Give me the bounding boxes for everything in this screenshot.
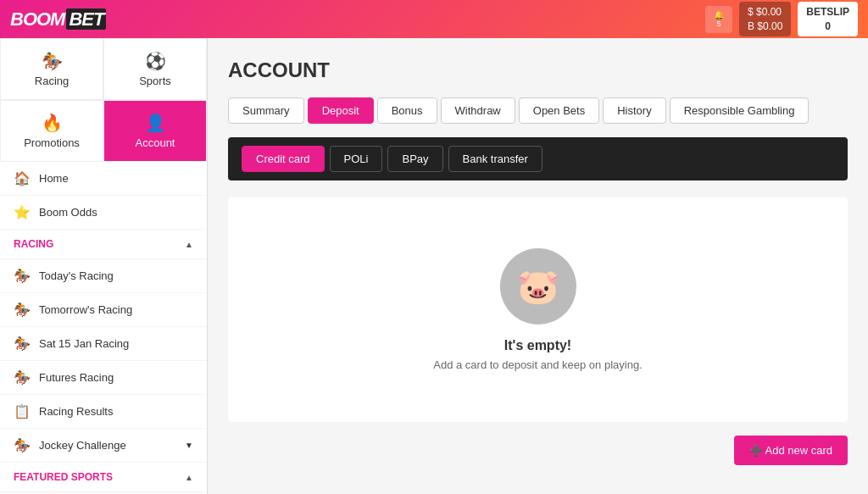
racing-section-header[interactable]: RACING▲: [0, 230, 207, 259]
left-column: 🏇Racing⚽Sports🔥Promotions👤Account 🏠Home⭐…: [0, 38, 208, 494]
payment-poli[interactable]: POLi: [330, 146, 383, 172]
piggy-symbol: 🐷: [517, 267, 559, 307]
nav-tab-label-sports: Sports: [139, 75, 171, 87]
sidebar-label-todays-racing: Today's Racing: [39, 269, 114, 282]
payment-credit-card[interactable]: Credit card: [242, 146, 325, 172]
account-nav-icon: 👤: [145, 113, 166, 133]
racing-results-icon: 📋: [14, 403, 31, 419]
tab-bar: SummaryDepositBonusWithdrawOpen BetsHist…: [228, 97, 848, 124]
sidebar: 🏠Home⭐Boom OddsRACING▲🏇Today's Racing🏇To…: [0, 162, 208, 494]
home-icon: 🏠: [14, 170, 31, 186]
racing-section-title: RACING: [14, 238, 53, 250]
sidebar-label-racing-results: Racing Results: [39, 405, 113, 418]
piggy-icon: 🐷: [500, 248, 576, 325]
sidebar-label-boom-odds: Boom Odds: [39, 206, 97, 219]
nav-tab-racing[interactable]: 🏇Racing: [0, 38, 103, 100]
main-layout: 🏇Racing⚽Sports🔥Promotions👤Account 🏠Home⭐…: [0, 38, 868, 494]
notification-count: 5: [716, 19, 721, 28]
nav-tab-label-racing: Racing: [35, 75, 69, 87]
sports-chevron-icon: ▲: [185, 473, 193, 482]
page-title: ACCOUNT: [228, 58, 848, 82]
jockey-challenge-icon: 🏇: [14, 437, 31, 453]
promotions-nav-icon: 🔥: [42, 113, 63, 133]
tab-history[interactable]: History: [603, 97, 665, 124]
header-right: 🔔 5 $ $0.00 B $0.00 BETSLIP 0: [705, 2, 858, 37]
tab-summary[interactable]: Summary: [228, 97, 304, 124]
betslip-label: BETSLIP: [806, 5, 849, 19]
tab-deposit[interactable]: Deposit: [308, 97, 374, 124]
sidebar-item-home[interactable]: 🏠Home: [0, 162, 207, 196]
futures-racing-icon: 🏇: [14, 369, 31, 386]
add-card-section: ➕ Add new card: [228, 422, 848, 465]
sidebar-label-tomorrows-racing: Tomorrow's Racing: [39, 303, 132, 316]
boom-balance: B $0.00: [748, 19, 782, 34]
empty-state: 🐷 It's empty! Add a card to deposit and …: [228, 197, 848, 422]
todays-racing-icon: 🏇: [14, 268, 31, 284]
tab-open-bets[interactable]: Open Bets: [519, 97, 599, 124]
content-area: ACCOUNT SummaryDepositBonusWithdrawOpen …: [208, 38, 868, 494]
sports-nav-icon: ⚽: [145, 51, 166, 71]
tab-responsible-gambling[interactable]: Responsible Gambling: [670, 97, 810, 124]
nav-tabs: 🏇Racing⚽Sports🔥Promotions👤Account: [0, 38, 208, 162]
nav-tab-promotions[interactable]: 🔥Promotions: [0, 100, 103, 162]
betslip-count: 0: [806, 19, 849, 34]
payment-bank-transfer[interactable]: Bank transfer: [448, 146, 542, 172]
logo-text: BOOMBET: [10, 8, 106, 31]
tab-withdraw[interactable]: Withdraw: [441, 97, 515, 124]
racing-chevron-icon: ▲: [185, 240, 193, 249]
boom-odds-icon: ⭐: [14, 204, 31, 220]
logo: BOOMBET: [10, 8, 106, 31]
bell-icon: 🔔: [714, 10, 724, 19]
sidebar-item-racing-results[interactable]: 📋Racing Results: [0, 395, 207, 429]
tomorrows-racing-icon: 🏇: [14, 302, 31, 318]
sidebar-label-sat-racing: Sat 15 Jan Racing: [39, 337, 129, 350]
notification-button[interactable]: 🔔 5: [705, 6, 732, 33]
nav-tab-label-promotions: Promotions: [24, 136, 80, 149]
betslip-display[interactable]: BETSLIP 0: [798, 2, 858, 37]
sidebar-label-futures-racing: Futures Racing: [39, 371, 114, 384]
header: BOOMBET 🔔 5 $ $0.00 B $0.00 BETSLIP 0: [0, 0, 868, 38]
payment-bpay[interactable]: BPay: [387, 146, 442, 172]
empty-title: It's empty!: [504, 338, 571, 353]
nav-tab-account[interactable]: 👤Account: [103, 100, 207, 162]
empty-subtitle: Add a card to deposit and keep on playin…: [433, 358, 642, 371]
dollar-balance: $ $0.00: [748, 5, 782, 19]
nav-tab-label-account: Account: [136, 136, 175, 149]
sidebar-item-boom-odds[interactable]: ⭐Boom Odds: [0, 196, 207, 230]
sports-section-header[interactable]: FEATURED SPORTS▲: [0, 463, 207, 492]
nav-tab-sports[interactable]: ⚽Sports: [103, 38, 207, 100]
tab-bonus[interactable]: Bonus: [377, 97, 437, 124]
balance-display: $ $0.00 B $0.00: [739, 2, 791, 37]
sidebar-label-jockey-challenge: Jockey Challenge: [39, 439, 126, 452]
sports-section-title: FEATURED SPORTS: [14, 471, 113, 483]
payment-bar: Credit cardPOLiBPayBank transfer: [228, 137, 848, 180]
sidebar-item-tomorrows-racing[interactable]: 🏇Tomorrow's Racing: [0, 293, 207, 327]
sidebar-item-futures-racing[interactable]: 🏇Futures Racing: [0, 361, 207, 395]
sidebar-item-sat-racing[interactable]: 🏇Sat 15 Jan Racing: [0, 327, 207, 361]
add-card-button[interactable]: ➕ Add new card: [734, 436, 848, 465]
sat-racing-icon: 🏇: [14, 336, 31, 352]
jockey-challenge-arrow: ▼: [185, 441, 193, 450]
sidebar-label-home: Home: [39, 172, 69, 185]
sidebar-item-jockey-challenge[interactable]: 🏇Jockey Challenge▼: [0, 429, 207, 463]
sidebar-item-todays-racing[interactable]: 🏇Today's Racing: [0, 259, 207, 293]
racing-nav-icon: 🏇: [42, 51, 63, 71]
